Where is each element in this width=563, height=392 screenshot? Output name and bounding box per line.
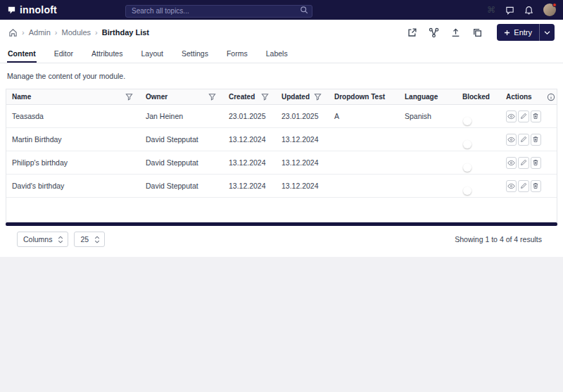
breadcrumb: › Admin › Modules › Birthday List [8,28,149,37]
filter-icon-owner[interactable] [208,93,216,101]
cell-name: Martin Birthday [6,135,140,144]
cell-language: Spanish [399,112,457,120]
delete-button[interactable] [531,157,541,169]
chat-icon[interactable] [505,6,514,15]
chevron-updown-icon [58,236,63,244]
entries-table: Name Owner Created Updated [6,89,557,222]
page-size-select[interactable]: 25 [74,232,105,247]
view-button[interactable] [506,134,517,146]
open-external-icon[interactable] [407,27,417,38]
cell-created: 23.01.2025 [223,112,276,120]
cell-updated: 23.01.2025 [276,112,329,120]
innoloft-logo[interactable]: innoloft [7,4,57,15]
cell-name: Philipp's birthday [6,158,140,167]
cell-dropdown-test: A [329,112,399,120]
breadcrumb-separator: › [95,28,98,37]
table-row[interactable]: Teasasda Jan Heinen 23.01.2025 23.01.202… [6,105,557,128]
horizontal-scrollbar[interactable] [6,222,557,226]
col-header-blocked: Blocked [457,93,500,101]
table-row[interactable]: David's birthday David Stepputat 13.12.2… [6,175,557,198]
cell-created: 13.12.2024 [223,135,276,144]
topbar: innoloft ⌘ [0,0,563,20]
search-input[interactable] [125,5,312,18]
info-icon[interactable] [547,93,555,101]
tab-content[interactable]: Content [7,45,37,63]
tab-layout[interactable]: Layout [140,45,164,63]
upload-icon[interactable] [450,27,461,38]
results-summary: Showing 1 to 4 of 4 results [455,235,542,244]
filter-icon-name[interactable] [125,93,133,101]
cell-updated: 13.12.2024 [276,158,329,167]
home-icon[interactable] [8,28,18,37]
cell-name: Teasasda [6,112,140,120]
edit-button[interactable] [518,180,529,192]
col-header-created: Created [229,93,255,101]
col-header-updated: Updated [282,93,310,101]
module-tabs: Content Editor Attributes Layout Setting… [0,45,563,63]
col-header-language: Language [399,93,457,101]
page-size-value: 25 [80,235,89,244]
page-content: › Admin › Modules › Birthday List [0,20,563,257]
cell-created: 13.12.2024 [223,158,276,167]
breadcrumb-admin[interactable]: Admin [29,28,51,37]
page-subtitle: Manage the content of your module. [7,72,556,80]
notification-dot [552,3,557,7]
table-empty-area [6,198,557,222]
cell-updated: 13.12.2024 [276,182,329,190]
bell-icon[interactable] [524,6,533,15]
view-button[interactable] [506,180,517,192]
plus-icon [504,30,510,36]
table-footer: Columns 25 Showing 1 to 4 of 4 results [6,232,557,247]
user-avatar[interactable] [543,4,556,16]
command-shortcut-icon[interactable]: ⌘ [487,6,495,14]
global-search [125,4,312,16]
filter-icon-created[interactable] [261,93,269,101]
duplicate-icon[interactable] [472,27,483,38]
tab-editor[interactable]: Editor [53,45,74,63]
breadcrumb-separator: › [55,28,58,37]
tab-settings[interactable]: Settings [181,45,209,63]
tab-forms[interactable]: Forms [226,45,248,63]
cell-name: David's birthday [6,182,140,190]
breadcrumb-row: › Admin › Modules › Birthday List [0,20,563,45]
cell-owner: Jan Heinen [140,112,223,120]
columns-select-label: Columns [23,235,52,244]
entry-dropdown-caret[interactable] [539,24,555,41]
edit-button[interactable] [518,110,529,122]
edit-button[interactable] [518,134,529,146]
cell-owner: David Stepputat [140,135,223,144]
table-row[interactable]: Philipp's birthday David Stepputat 13.12… [6,151,557,175]
innoloft-logo-icon [7,6,16,15]
cell-owner: David Stepputat [140,182,223,190]
cell-updated: 13.12.2024 [276,135,329,144]
tab-labels[interactable]: Labels [265,45,289,63]
add-entry-button[interactable]: Entry [497,24,555,41]
view-button[interactable] [506,110,517,122]
logo-text: innoloft [20,4,57,15]
col-header-owner: Owner [146,93,167,101]
filter-icon-updated[interactable] [314,93,322,101]
cell-owner: David Stepputat [140,158,223,167]
edit-button[interactable] [518,157,529,169]
breadcrumb-current-page: Birthday List [102,28,149,37]
tab-attributes[interactable]: Attributes [91,45,123,63]
columns-select[interactable]: Columns [17,232,68,247]
breadcrumb-modules[interactable]: Modules [62,28,91,37]
breadcrumb-separator: › [22,28,25,37]
col-header-dropdown-test: Dropdown Test [329,93,399,101]
cell-created: 13.12.2024 [223,182,276,190]
module-toolbar: Entry [407,24,555,41]
delete-button[interactable] [531,110,541,122]
col-header-name: Name [12,93,31,101]
col-header-actions: Actions [500,93,541,101]
entry-button-label: Entry [514,28,532,37]
chevron-updown-icon [94,236,100,244]
workflow-icon[interactable] [429,27,439,38]
table-row[interactable]: Martin Birthday David Stepputat 13.12.20… [6,128,557,151]
search-icon [300,6,308,14]
delete-button[interactable] [531,134,541,146]
delete-button[interactable] [531,180,541,192]
view-button[interactable] [506,157,517,169]
table-header-row: Name Owner Created Updated [6,89,557,105]
